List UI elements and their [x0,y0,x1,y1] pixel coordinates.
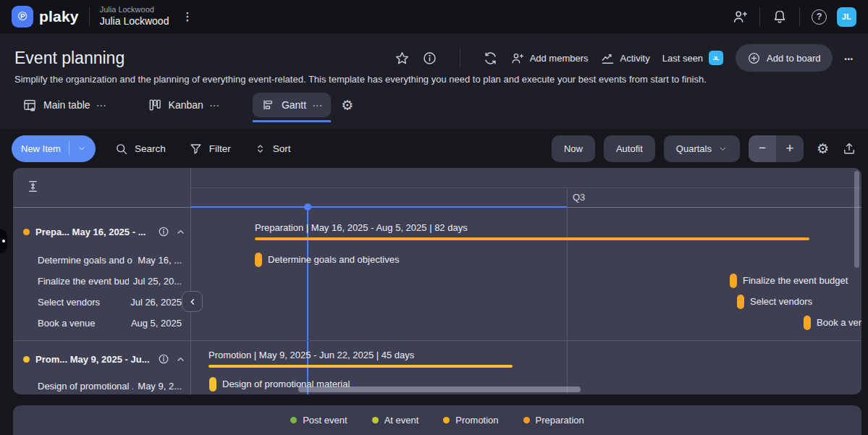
tab-options-icon[interactable] [313,100,323,111]
task-bar[interactable] [804,316,811,330]
table-icon [22,98,37,112]
notifications-bell-icon[interactable] [772,9,788,25]
task-row[interactable]: Determine goals and o... May 16, ... [38,250,182,269]
search-icon [114,142,128,156]
zoom-preset-dropdown[interactable]: Quartals [664,135,740,162]
add-to-board-button[interactable]: Add to board [736,44,832,72]
zoom-in-button[interactable]: + [776,135,804,162]
tab-gantt[interactable]: Gantt [253,93,331,117]
group-separator [13,340,861,341]
group-row-promotion[interactable]: Prom... May 9, 2025 - Ju... [23,347,186,371]
collapse-all-icon[interactable] [26,180,40,193]
tab-main-table[interactable]: Main table [14,93,115,117]
group-info-icon[interactable] [158,353,169,365]
current-quarter-underline [191,206,567,208]
legend-item-at-event[interactable]: At event [372,415,419,426]
activity-button[interactable]: Activity [601,51,650,65]
user-avatar[interactable]: JL [837,7,856,27]
workspace-label: Julia Lockwood [100,5,169,15]
circle-plus-icon [747,51,761,65]
group-title: Prom... May 9, 2025 - Ju... [35,354,152,365]
search-label: Search [135,143,166,154]
group-summary-label: Preparation | May 16, 2025 - Aug 5, 2025… [255,222,468,233]
task-date: Aug 5, 2025 [131,318,182,329]
task-bar[interactable] [737,295,744,309]
divider [69,141,69,156]
quarter-gridline [567,188,568,394]
zoom-preset-label: Quartals [676,143,712,154]
task-bar[interactable] [255,253,262,267]
last-seen-avatar[interactable]: JL [709,51,723,65]
task-bar-label: Finalize the event budget [743,274,848,288]
add-members-icon [510,51,524,65]
task-row[interactable]: Finalize the event bud... Jul 25, 20... [38,271,182,290]
search-button[interactable]: Search [114,142,166,156]
now-label: Now [564,143,583,154]
task-name: Determine goals and o... [38,255,133,266]
new-item-button[interactable]: New Item [12,135,96,162]
brand-name: plaky [39,8,79,25]
gantt-panel: Prepa... May 16, 2025 - ... Determine go… [13,168,861,394]
add-to-board-label: Add to board [767,53,820,64]
gantt-toolbar: New Item Search Filter Sort Now [0,129,868,168]
collapse-list-button[interactable] [182,291,203,312]
help-icon[interactable] [812,9,827,25]
group-collapse-chevron-up-icon[interactable] [175,227,186,237]
left-drawer-handle[interactable] [0,229,7,253]
task-row[interactable]: Select vendors Jul 26, 2025 [38,292,182,311]
chevron-left-icon [187,297,198,307]
group-summary-bar[interactable] [208,365,513,368]
task-bar[interactable] [209,377,216,392]
board-info-icon[interactable] [422,51,437,66]
add-members-label: Add members [530,53,589,64]
group-row-preparation[interactable]: Prepa... May 16, 2025 - ... [23,220,186,243]
task-bar-label: Select vendors [750,295,812,309]
tab-options-icon[interactable] [210,100,220,111]
group-legend-bar: Post event At event Promotion Preparatio… [13,405,861,435]
task-row[interactable]: Design of promotional ... May 9, 2... [38,376,182,394]
task-date: Jul 25, 20... [133,276,182,287]
task-name: Design of promotional ... [38,381,133,392]
new-item-label: New Item [21,143,61,154]
group-info-icon[interactable] [158,226,169,237]
group-summary-bar[interactable] [255,237,809,240]
group-color-dot [23,356,30,363]
legend-item-promotion[interactable]: Promotion [443,415,498,426]
sort-button[interactable]: Sort [254,143,291,155]
task-name: Finalize the event bud... [38,276,129,287]
favorite-star-icon[interactable] [395,51,410,66]
plaky-logo-icon[interactable]: ℗ [12,6,33,28]
task-row[interactable]: Book a venue Aug 5, 2025 [38,313,182,332]
chevron-down-icon [718,144,728,153]
workspace-switcher[interactable]: Julia Lockwood Julia Lockwood [100,5,169,28]
invite-user-icon[interactable] [732,9,748,25]
task-name: Select vendors [38,297,126,308]
tab-kanban[interactable]: Kanban [140,93,228,117]
legend-item-post-event[interactable]: Post event [290,415,347,426]
export-icon[interactable] [842,141,856,156]
zoom-out-button[interactable]: − [749,135,776,162]
task-bar[interactable] [730,274,737,288]
activity-chart-icon [601,51,615,65]
sync-icon[interactable] [483,51,498,66]
tab-options-icon[interactable] [97,100,107,111]
group-collapse-chevron-up-icon[interactable] [175,354,186,365]
task-date: May 16, ... [138,255,182,266]
divider [89,7,90,26]
tab-label: Kanban [169,99,203,111]
zoom-control: − + [749,135,804,162]
add-members-button[interactable]: Add members [510,51,589,65]
group-summary-label: Promotion | May 9, 2025 - Jun 22, 2025 |… [208,350,414,360]
vertical-scrollbar[interactable] [854,171,859,268]
now-button[interactable]: Now [552,135,595,162]
filter-button[interactable]: Filter [189,142,231,156]
sort-icon [254,143,266,155]
new-item-dropdown-chevron-icon[interactable] [77,144,86,153]
workspace-menu-kebab-icon[interactable] [182,10,193,23]
autofit-button[interactable]: Autofit [604,135,655,162]
horizontal-scrollbar[interactable] [298,387,581,392]
legend-item-preparation[interactable]: Preparation [523,415,584,426]
board-menu-ellipsis-icon[interactable] [845,51,854,64]
gantt-settings-gear-icon[interactable] [817,140,829,157]
views-settings-gear-icon[interactable] [341,97,353,114]
